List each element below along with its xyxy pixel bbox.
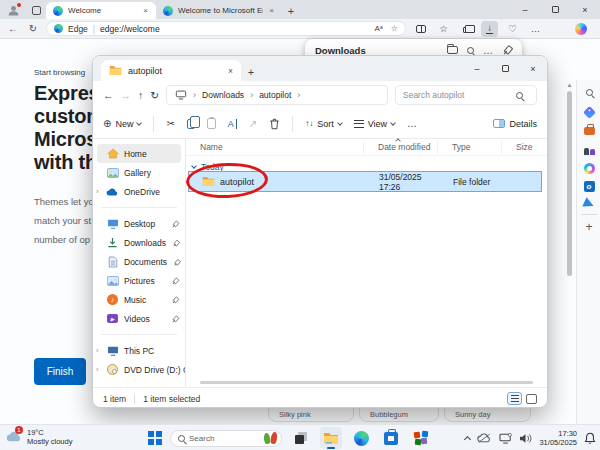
read-aloud-icon[interactable]: Aᵃ [375, 24, 383, 33]
more-commands-button[interactable]: … [407, 118, 417, 129]
sidebar-item-home[interactable]: Home [97, 144, 181, 163]
details-view-button[interactable] [507, 392, 522, 405]
edge-tab-welcome-to-edge[interactable]: Welcome to Microsoft Edge × [156, 2, 282, 19]
column-header-size[interactable]: Size [502, 141, 547, 154]
new-button[interactable]: ⊕ New [103, 118, 141, 129]
browser-essentials-button[interactable]: ♡ [504, 21, 521, 37]
speaker-icon[interactable] [519, 433, 532, 444]
file-explorer-taskbar-button[interactable] [320, 427, 342, 449]
address-bar[interactable]: Edge | edge://welcome Aᵃ ☆ [46, 21, 406, 36]
forward-button[interactable]: → [121, 89, 132, 101]
sidebar-designer-button[interactable] [582, 161, 596, 175]
scroll-up-icon[interactable]: ▲ [566, 82, 573, 88]
sidebar-item-music[interactable]: ♪ Music [93, 290, 185, 309]
sidebar-search-button[interactable] [582, 85, 596, 99]
taskbar-clock[interactable]: 17:30 31/05/2025 [539, 429, 577, 447]
page-scrollbar[interactable]: ▲ ▼ [566, 82, 573, 450]
sidebar-drop-button[interactable] [582, 197, 596, 211]
breadcrumb-item-autopilot[interactable]: autopilot [259, 90, 291, 100]
refresh-button[interactable]: ↻ [26, 23, 40, 34]
sidebar-item-videos[interactable]: ▶ Videos [93, 309, 185, 328]
app-taskbar-button[interactable] [410, 427, 432, 449]
sidebar-item-dvd-drive[interactable]: › DVD Drive (D:) C [93, 360, 185, 379]
sidebar-outlook-button[interactable]: o [582, 179, 596, 193]
sort-label: Sort [317, 119, 334, 129]
sidebar-games-button[interactable] [582, 143, 596, 157]
breadcrumb-item-downloads[interactable]: Downloads [202, 90, 244, 100]
settings-more-button[interactable]: … [527, 21, 544, 37]
onedrive-tray-icon[interactable] [477, 433, 492, 443]
column-header-date-modified[interactable]: Date modified [364, 141, 438, 154]
favorites-button[interactable]: ☆ [435, 21, 452, 37]
profile-avatar[interactable] [0, 2, 26, 19]
sort-button[interactable]: ↑↓ Sort [305, 119, 342, 129]
split-screen-button[interactable] [412, 21, 429, 37]
taskbar-search-box[interactable] [170, 430, 282, 447]
expand-chevron-icon[interactable]: › [96, 346, 99, 355]
sidebar-item-downloads[interactable]: Downloads [93, 233, 185, 252]
expand-chevron-icon[interactable]: › [96, 365, 99, 374]
taskbar-search-input[interactable] [189, 434, 251, 443]
up-button[interactable]: ↑ [138, 89, 143, 101]
delete-button[interactable] [269, 118, 280, 130]
sidebar-item-gallery[interactable]: Gallery [93, 163, 185, 182]
column-header-name[interactable]: Name [186, 141, 364, 154]
new-tab-button[interactable]: + [282, 2, 300, 19]
details-pane-button[interactable]: Details [493, 119, 537, 129]
downloads-button[interactable]: ↓ [481, 21, 498, 37]
explorer-new-tab-button[interactable]: + [241, 66, 261, 81]
edge-tab-welcome[interactable]: Welcome × [46, 2, 156, 19]
close-tab-icon[interactable]: × [268, 6, 275, 15]
sidebar-shopping-button[interactable] [582, 105, 596, 119]
taskbar-weather-widget[interactable]: 1 19°C Mostly cloudy [6, 428, 72, 446]
search-downloads-icon[interactable] [467, 47, 474, 54]
column-header-type[interactable]: Type [438, 141, 502, 154]
copilot-button[interactable] [572, 21, 589, 37]
start-button[interactable] [148, 431, 162, 445]
open-downloads-folder-icon[interactable] [447, 46, 458, 54]
explorer-tab[interactable]: autopilot × [101, 60, 241, 81]
favorite-star-icon[interactable]: ☆ [391, 24, 398, 33]
tab-actions-button[interactable] [26, 2, 46, 19]
breadcrumb[interactable]: › Downloads › autopilot › [166, 85, 388, 105]
minimize-button[interactable]: – [510, 0, 540, 19]
explorer-search-box[interactable] [395, 85, 537, 105]
downloads-more-icon[interactable]: … [483, 45, 493, 56]
horizontal-scrollbar[interactable] [200, 381, 533, 384]
paste-button[interactable] [207, 118, 216, 129]
finish-button[interactable]: Finish [34, 358, 86, 385]
back-button[interactable]: ← [6, 23, 20, 34]
hidden-icons-chevron[interactable] [464, 436, 471, 443]
back-button[interactable]: ← [103, 89, 114, 101]
sidebar-tools-button[interactable] [582, 124, 596, 138]
minimize-button[interactable]: – [463, 56, 491, 81]
sidebar-item-pictures[interactable]: Pictures [93, 271, 185, 290]
cut-button[interactable]: ✂ [166, 118, 174, 129]
share-button[interactable]: ↗ [249, 118, 257, 129]
sidebar-add-button[interactable]: + [582, 220, 596, 234]
sidebar-item-this-pc[interactable]: › This PC [93, 341, 185, 360]
sidebar-item-desktop[interactable]: Desktop [93, 214, 185, 233]
edge-taskbar-button[interactable] [350, 427, 372, 449]
sidebar-item-documents[interactable]: Documents [93, 252, 185, 271]
scrollbar-thumb[interactable] [567, 91, 572, 276]
store-taskbar-button[interactable] [380, 427, 402, 449]
close-tab-icon[interactable]: × [228, 66, 233, 76]
expand-chevron-icon[interactable]: › [96, 187, 99, 196]
task-view-button[interactable] [290, 427, 312, 449]
maximize-button[interactable] [491, 56, 519, 81]
thumbnail-view-button[interactable] [526, 394, 537, 404]
cast-display-icon[interactable] [499, 433, 512, 444]
sidebar-item-onedrive[interactable]: › OneDrive [93, 182, 185, 201]
explorer-search-input[interactable] [403, 90, 511, 100]
rename-button[interactable]: A [228, 119, 237, 129]
notifications-bell-icon[interactable] [584, 432, 596, 444]
refresh-button[interactable]: ↻ [150, 89, 159, 101]
restore-button[interactable] [540, 0, 570, 19]
view-button[interactable]: View [354, 119, 395, 129]
collections-button[interactable] [458, 21, 475, 37]
close-button[interactable]: × [519, 56, 547, 81]
close-button[interactable]: × [570, 0, 600, 19]
close-tab-icon[interactable]: × [142, 6, 149, 15]
copy-button[interactable] [187, 119, 195, 129]
